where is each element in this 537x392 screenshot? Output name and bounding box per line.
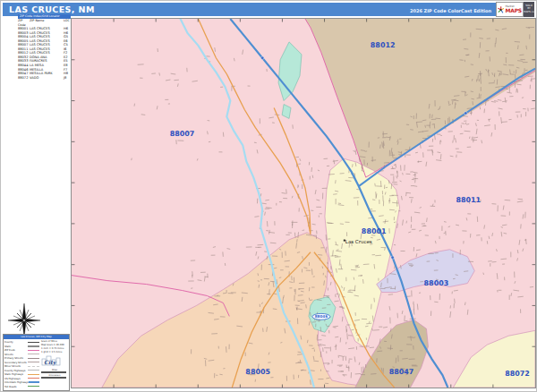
- map-label-88011: 88011: [456, 196, 481, 204]
- legend-item: Toll Roads: [4, 385, 39, 389]
- interstate-shield-icon: [465, 112, 467, 115]
- map-svg: 88012880078801188001Las Cruces8800388005…: [72, 19, 535, 388]
- city-logo-label: City: [44, 359, 57, 366]
- brand-logo: Market MAPS: [496, 2, 524, 17]
- zip-index-col-loc: LOC: [64, 19, 71, 27]
- title-bar: LAS CRUCES, NM 2026 ZIP Code ColorCast E…: [3, 3, 534, 16]
- map-label-88007: 88007: [170, 130, 195, 138]
- zip-index-rows: 88001LAS CRUCESH688003LAS CRUCESH688004L…: [18, 27, 71, 80]
- zip-index-row: 88072VADOJ8: [18, 76, 71, 81]
- map-label-88047: 88047: [389, 368, 414, 376]
- compass-rose-icon: [6, 303, 42, 337]
- legend-line-sample: [28, 366, 39, 367]
- map-label-88001: 88001: [362, 227, 387, 235]
- brand-burst-icon: [498, 5, 504, 14]
- vendor-badge: SOLD BY MAPS.com: [524, 2, 534, 17]
- interstate-shield-icon: [260, 56, 263, 59]
- legend-line-sample: [28, 354, 39, 354]
- legend-line-sample: [28, 345, 39, 347]
- legend-line-sample: [28, 370, 39, 371]
- legend-line-sample: [28, 374, 39, 375]
- map-key-legend: Las Cruces, NM City Map CountyStateZIP C…: [3, 334, 70, 391]
- map-label-88046: 88046: [315, 314, 328, 319]
- map-label-88072: 88072: [505, 370, 530, 378]
- legend-line-sample: [28, 358, 39, 359]
- legend-line-sample: [28, 350, 39, 351]
- map-label-88005: 88005: [245, 368, 270, 376]
- zip-index-column-row: ZIP Code ZIP Name LOC: [18, 19, 71, 27]
- legend-line-sample: [29, 381, 39, 383]
- zip-index-col-name: ZIP Name: [30, 19, 64, 27]
- zip-index-table: ZIP Code Index/Grid Locator ZIP Code ZIP…: [18, 14, 71, 80]
- legend-line-sample: [28, 386, 39, 387]
- page-title: LAS CRUCES, NM: [9, 4, 95, 14]
- legend-scale-column: Scale of MilesMap Scale 1:46,0001 inch =…: [39, 340, 68, 388]
- map-poster: LAS CRUCES, NM 2026 ZIP Code ColorCast E…: [0, 0, 537, 392]
- edition-label: 2026 ZIP Code ColorCast Edition: [410, 8, 491, 13]
- zip-index-col-code: ZIP Code: [18, 19, 30, 27]
- interstate-shield-icon: [391, 256, 394, 259]
- map-canvas: 88012880078801188001Las Cruces8800388005…: [71, 18, 536, 388]
- legend-line-sample: [28, 362, 39, 362]
- legend-scale-lines: Scale of MilesMap Scale 1:46,0001 inch =…: [41, 340, 68, 354]
- miles-scale-bar: [41, 371, 66, 373]
- legend-line-sample: [28, 342, 39, 343]
- map-label-las-cruces: Las Cruces: [345, 239, 372, 244]
- brand-main-label: MAPS: [505, 8, 522, 13]
- map-label-88012: 88012: [371, 41, 396, 49]
- kilometers-scale-bar: [41, 377, 66, 379]
- map-label-88003: 88003: [424, 279, 449, 287]
- legend-line-sample: [28, 378, 39, 379]
- city-series-logo: City: [41, 354, 61, 366]
- vendor-line: MAPS.com: [524, 11, 534, 13]
- legend-items: CountyStateZIP CodeStreetsPrimary Street…: [4, 340, 39, 388]
